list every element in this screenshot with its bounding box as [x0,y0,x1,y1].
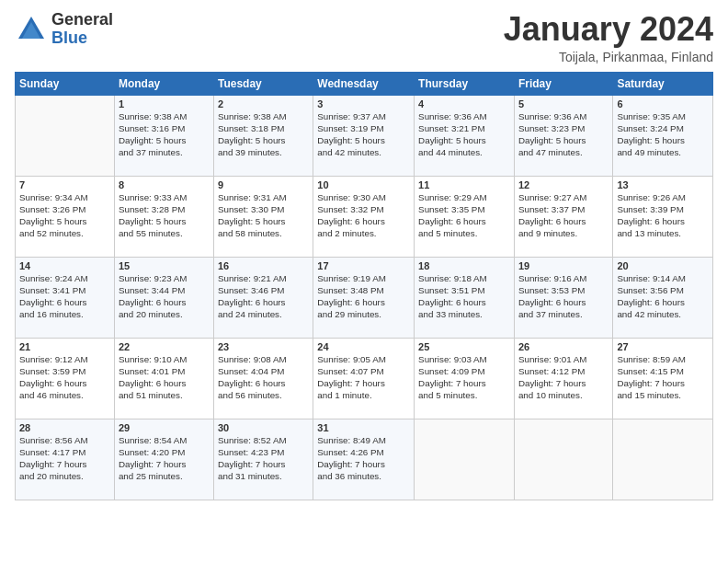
calendar-cell: 5Sunrise: 9:36 AMSunset: 3:23 PMDaylight… [514,95,612,176]
calendar-cell: 4Sunrise: 9:36 AMSunset: 3:21 PMDaylight… [415,95,515,176]
day-number: 25 [418,341,510,352]
week-row-5: 28Sunrise: 8:56 AMSunset: 4:17 PMDayligh… [16,419,713,500]
calendar-cell: 14Sunrise: 9:24 AMSunset: 3:41 PMDayligh… [16,257,115,338]
calendar-table: Sunday Monday Tuesday Wednesday Thursday… [15,72,713,500]
day-info: Sunrise: 9:16 AMSunset: 3:53 PMDaylight:… [518,272,609,321]
day-info: Sunrise: 9:38 AMSunset: 3:18 PMDaylight:… [218,110,309,159]
day-info: Sunrise: 9:08 AMSunset: 4:04 PMDaylight:… [218,353,309,402]
day-number: 26 [518,341,609,352]
day-number: 31 [317,422,410,433]
calendar-cell: 30Sunrise: 8:52 AMSunset: 4:23 PMDayligh… [213,419,313,500]
calendar-cell [613,419,713,500]
day-number: 22 [119,341,210,352]
day-info: Sunrise: 8:56 AMSunset: 4:17 PMDaylight:… [19,434,110,483]
calendar-cell: 17Sunrise: 9:19 AMSunset: 3:48 PMDayligh… [313,257,415,338]
calendar-header: Sunday Monday Tuesday Wednesday Thursday… [16,72,713,95]
day-number: 24 [317,341,410,352]
day-info: Sunrise: 9:36 AMSunset: 3:23 PMDaylight:… [518,110,609,159]
calendar-cell: 18Sunrise: 9:18 AMSunset: 3:51 PMDayligh… [415,257,515,338]
day-info: Sunrise: 8:49 AMSunset: 4:26 PMDaylight:… [317,434,410,483]
calendar-cell: 8Sunrise: 9:33 AMSunset: 3:28 PMDaylight… [114,176,213,257]
main-title: January 2024 [504,11,713,48]
day-info: Sunrise: 9:36 AMSunset: 3:21 PMDaylight:… [418,110,510,159]
day-number: 20 [617,260,709,271]
day-number: 1 [119,98,210,109]
day-info: Sunrise: 9:05 AMSunset: 4:07 PMDaylight:… [317,353,410,402]
col-tuesday: Tuesday [213,72,313,95]
day-info: Sunrise: 9:14 AMSunset: 3:56 PMDaylight:… [617,272,709,321]
title-block: January 2024 Toijala, Pirkanmaa, Finland [504,11,713,64]
day-info: Sunrise: 9:23 AMSunset: 3:44 PMDaylight:… [119,272,210,321]
calendar-cell: 19Sunrise: 9:16 AMSunset: 3:53 PMDayligh… [514,257,612,338]
calendar-cell: 27Sunrise: 8:59 AMSunset: 4:15 PMDayligh… [613,338,713,419]
day-number: 17 [317,260,410,271]
day-info: Sunrise: 9:21 AMSunset: 3:46 PMDaylight:… [218,272,309,321]
day-number: 7 [19,179,110,190]
calendar-cell: 15Sunrise: 9:23 AMSunset: 3:44 PMDayligh… [114,257,213,338]
day-number: 11 [418,179,510,190]
logo-icon [15,13,48,46]
day-info: Sunrise: 9:35 AMSunset: 3:24 PMDaylight:… [617,110,709,159]
calendar-cell: 23Sunrise: 9:08 AMSunset: 4:04 PMDayligh… [213,338,313,419]
day-info: Sunrise: 9:27 AMSunset: 3:37 PMDaylight:… [518,191,609,240]
calendar-cell: 29Sunrise: 8:54 AMSunset: 4:20 PMDayligh… [114,419,213,500]
day-number: 19 [518,260,609,271]
day-number: 15 [119,260,210,271]
day-number: 27 [617,341,709,352]
calendar-cell: 7Sunrise: 9:34 AMSunset: 3:26 PMDaylight… [16,176,115,257]
day-number: 21 [19,341,110,352]
calendar-cell [415,419,515,500]
day-info: Sunrise: 9:03 AMSunset: 4:09 PMDaylight:… [418,353,510,402]
col-sunday: Sunday [16,72,115,95]
calendar-cell: 2Sunrise: 9:38 AMSunset: 3:18 PMDaylight… [213,95,313,176]
col-monday: Monday [114,72,213,95]
calendar-cell: 9Sunrise: 9:31 AMSunset: 3:30 PMDaylight… [213,176,313,257]
day-info: Sunrise: 9:10 AMSunset: 4:01 PMDaylight:… [119,353,210,402]
day-number: 3 [317,98,410,109]
calendar-cell: 6Sunrise: 9:35 AMSunset: 3:24 PMDaylight… [613,95,713,176]
week-row-4: 21Sunrise: 9:12 AMSunset: 3:59 PMDayligh… [16,338,713,419]
day-number: 29 [119,422,210,433]
day-info: Sunrise: 9:30 AMSunset: 3:32 PMDaylight:… [317,191,410,240]
header-row: Sunday Monday Tuesday Wednesday Thursday… [16,72,713,95]
day-number: 12 [518,179,609,190]
calendar-cell: 1Sunrise: 9:38 AMSunset: 3:16 PMDaylight… [114,95,213,176]
day-number: 18 [418,260,510,271]
calendar-cell: 25Sunrise: 9:03 AMSunset: 4:09 PMDayligh… [415,338,515,419]
calendar-cell: 22Sunrise: 9:10 AMSunset: 4:01 PMDayligh… [114,338,213,419]
logo-text: General Blue [51,11,113,48]
calendar-cell: 31Sunrise: 8:49 AMSunset: 4:26 PMDayligh… [313,419,415,500]
day-number: 14 [19,260,110,271]
calendar-cell: 11Sunrise: 9:29 AMSunset: 3:35 PMDayligh… [415,176,515,257]
logo: General Blue [15,11,113,48]
calendar-cell: 3Sunrise: 9:37 AMSunset: 3:19 PMDaylight… [313,95,415,176]
logo-blue-text: Blue [51,29,113,48]
week-row-1: 1Sunrise: 9:38 AMSunset: 3:16 PMDaylight… [16,95,713,176]
day-info: Sunrise: 9:34 AMSunset: 3:26 PMDaylight:… [19,191,110,240]
calendar-cell: 12Sunrise: 9:27 AMSunset: 3:37 PMDayligh… [514,176,612,257]
col-wednesday: Wednesday [313,72,415,95]
calendar-cell: 26Sunrise: 9:01 AMSunset: 4:12 PMDayligh… [514,338,612,419]
day-info: Sunrise: 9:18 AMSunset: 3:51 PMDaylight:… [418,272,510,321]
day-info: Sunrise: 9:38 AMSunset: 3:16 PMDaylight:… [119,110,210,159]
day-number: 8 [119,179,210,190]
subtitle: Toijala, Pirkanmaa, Finland [504,50,713,64]
day-info: Sunrise: 8:59 AMSunset: 4:15 PMDaylight:… [617,353,709,402]
day-number: 10 [317,179,410,190]
calendar-cell: 10Sunrise: 9:30 AMSunset: 3:32 PMDayligh… [313,176,415,257]
day-info: Sunrise: 9:29 AMSunset: 3:35 PMDaylight:… [418,191,510,240]
calendar-cell [16,95,115,176]
day-info: Sunrise: 9:31 AMSunset: 3:30 PMDaylight:… [218,191,309,240]
col-friday: Friday [514,72,612,95]
day-info: Sunrise: 8:52 AMSunset: 4:23 PMDaylight:… [218,434,309,483]
calendar-cell: 13Sunrise: 9:26 AMSunset: 3:39 PMDayligh… [613,176,713,257]
day-number: 30 [218,422,309,433]
calendar-cell: 24Sunrise: 9:05 AMSunset: 4:07 PMDayligh… [313,338,415,419]
day-info: Sunrise: 9:33 AMSunset: 3:28 PMDaylight:… [119,191,210,240]
day-number: 13 [617,179,709,190]
day-info: Sunrise: 8:54 AMSunset: 4:20 PMDaylight:… [119,434,210,483]
calendar-cell: 21Sunrise: 9:12 AMSunset: 3:59 PMDayligh… [16,338,115,419]
day-info: Sunrise: 9:12 AMSunset: 3:59 PMDaylight:… [19,353,110,402]
calendar-cell [514,419,612,500]
day-number: 28 [19,422,110,433]
